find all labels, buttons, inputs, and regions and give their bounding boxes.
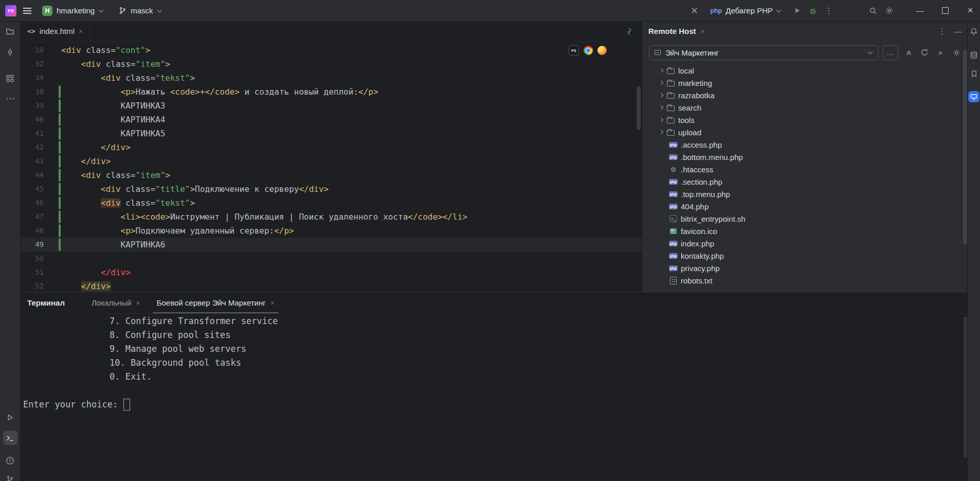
editor-line[interactable]: 43 </div> [20, 154, 642, 168]
line-number[interactable]: 47 [20, 210, 44, 224]
line-number[interactable]: 39 [20, 99, 44, 113]
line-number[interactable]: 52 [20, 279, 44, 292]
editor-line[interactable]: 49 КАРТИНКА6 [20, 238, 642, 252]
close-icon[interactable]: × [79, 27, 83, 35]
structure-tool-button[interactable] [3, 71, 17, 85]
line-number[interactable]: 32 [20, 57, 44, 71]
builtin-preview-icon[interactable]: PS [569, 45, 579, 56]
tree-file-row[interactable]: bitrix_entrypoint.sh [642, 212, 962, 225]
version-control-tool-button[interactable] [3, 472, 17, 481]
server-selector[interactable]: Эйч Маркетинг [649, 45, 878, 60]
editor-scrollbar-thumb[interactable] [637, 86, 641, 130]
editor-line[interactable]: 47 <li><code>Инструмент | Публикация | П… [20, 210, 642, 224]
close-icon[interactable]: × [701, 27, 705, 35]
line-number[interactable]: 38 [20, 85, 44, 99]
tree-folder-row[interactable]: tools [642, 114, 962, 126]
close-icon[interactable]: × [136, 299, 140, 307]
terminal-tool-button[interactable] [3, 431, 17, 445]
line-number[interactable]: 42 [20, 140, 44, 154]
window-maximize-button[interactable] [936, 7, 954, 14]
run-configuration-selector[interactable]: php Дебагер PHP [706, 4, 786, 17]
tree-file-row[interactable]: .htaccess [642, 163, 962, 175]
tree-folder-row[interactable]: local [642, 64, 962, 77]
tree-file-row[interactable]: favicon.ico [642, 225, 962, 237]
remote-host-tool-button[interactable] [968, 91, 979, 102]
tools-icon[interactable] [691, 7, 698, 14]
line-number[interactable]: 51 [20, 265, 44, 279]
tree-folder-row[interactable]: search [642, 101, 962, 114]
tree-folder-row[interactable]: marketing [642, 77, 962, 89]
editor-line[interactable]: 46 <div class="tekst"> [20, 196, 642, 210]
tree-file-row[interactable]: .access.php [642, 138, 962, 151]
tree-file-row[interactable]: robots.txt [642, 274, 962, 287]
expand-chevron-icon[interactable] [658, 116, 665, 123]
line-number[interactable]: 48 [20, 224, 44, 238]
editor-line[interactable]: 34 <div class="tekst"> [20, 71, 642, 85]
editor-line[interactable]: 10<div class="cont"> [20, 43, 642, 57]
inspection-ok-check-icon[interactable]: ✓ [626, 27, 633, 36]
expand-chevron-icon[interactable] [658, 129, 665, 136]
tree-file-row[interactable]: 404.php [642, 200, 962, 212]
editor-line[interactable]: 41 КАРТИНКА5 [20, 127, 642, 140]
tree-file-row[interactable]: .section.php [642, 175, 962, 188]
expand-chevron-icon[interactable] [658, 67, 665, 74]
run-tool-button[interactable] [3, 410, 17, 424]
collapse-all-icon[interactable] [903, 47, 914, 58]
browse-servers-button[interactable]: ... [883, 45, 898, 60]
panel-options-kebab-icon[interactable]: ⋮ [938, 27, 946, 36]
editor-line[interactable]: 39 КАРТИНКА3 [20, 99, 642, 113]
terminal-tab-local[interactable]: Локальный × [87, 292, 144, 313]
editor-line[interactable]: 38 <p>Нажать <code>+</code> и создать но… [20, 85, 642, 99]
editor-code[interactable]: 10<div class="cont">32 <div class="item"… [20, 42, 642, 292]
editor-line[interactable]: 45 <div class="title">Подключение к серв… [20, 182, 642, 196]
tab-index-html[interactable]: <> index.html × [20, 21, 89, 41]
line-number[interactable]: 50 [20, 252, 44, 265]
window-close-button[interactable]: × [961, 5, 979, 16]
tree-folder-row[interactable]: razrabotka [642, 89, 962, 101]
editor-line[interactable]: 50 [20, 252, 642, 265]
bookmarks-tool-button[interactable] [968, 68, 979, 79]
settings-gear-icon[interactable] [951, 47, 962, 58]
editor-line[interactable]: 52 </div> [20, 279, 642, 292]
refresh-icon[interactable] [919, 47, 930, 58]
expand-chevron-icon[interactable] [658, 104, 665, 111]
remote-scrollbar-thumb[interactable] [963, 50, 967, 244]
expand-chevron-icon[interactable] [658, 92, 665, 99]
project-widget[interactable]: H hmarketing [38, 4, 108, 18]
line-number[interactable]: 43 [20, 154, 44, 168]
line-number[interactable]: 34 [20, 71, 44, 85]
close-icon[interactable]: × [270, 299, 275, 307]
window-minimize-button[interactable]: — [911, 6, 929, 15]
tree-file-row[interactable]: index.php [642, 237, 962, 250]
editor-line[interactable]: 42 </div> [20, 140, 642, 154]
editor-line[interactable]: 40 КАРТИНКА4 [20, 113, 642, 127]
hamburger-menu-icon[interactable] [23, 8, 31, 14]
run-button[interactable] [793, 7, 801, 14]
firefox-browser-icon[interactable] [597, 46, 607, 55]
terminal-prompt-line[interactable]: Enter your choice: [20, 398, 968, 412]
panel-minimize-icon[interactable]: — [954, 27, 962, 35]
more-tool-windows-button[interactable]: ⋯ [3, 91, 17, 105]
commit-tool-button[interactable] [3, 45, 17, 59]
line-number[interactable]: 45 [20, 182, 44, 196]
branch-widget[interactable]: masck [115, 4, 166, 17]
line-number[interactable]: 10 [20, 43, 44, 57]
search-everywhere-icon[interactable] [869, 7, 877, 15]
editor-line[interactable]: 44 <div class="item"> [20, 168, 642, 182]
database-tool-button[interactable] [968, 49, 979, 61]
terminal-tab-production[interactable]: Боевой сервер Эйч Маркетинг × [153, 292, 279, 313]
settings-gear-icon[interactable] [885, 6, 894, 15]
more-actions-kebab-icon[interactable]: ⋮ [825, 6, 833, 15]
line-number[interactable]: 40 [20, 113, 44, 127]
chrome-browser-icon[interactable] [584, 46, 593, 55]
line-number[interactable]: 44 [20, 168, 44, 182]
tree-folder-row[interactable]: upload [642, 126, 962, 138]
editor-line[interactable]: 51 </div> [20, 265, 642, 279]
tree-file-row[interactable]: kontakty.php [642, 250, 962, 262]
tree-file-row[interactable]: .bottom.menu.php [642, 151, 962, 163]
editor-line[interactable]: 32 <div class="item"> [20, 57, 642, 71]
tree-file-row[interactable]: .top.menu.php [642, 188, 962, 200]
disconnect-close-icon[interactable]: × [935, 47, 946, 58]
problems-tool-button[interactable] [3, 453, 17, 468]
tree-file-row[interactable]: privacy.php [642, 262, 962, 274]
